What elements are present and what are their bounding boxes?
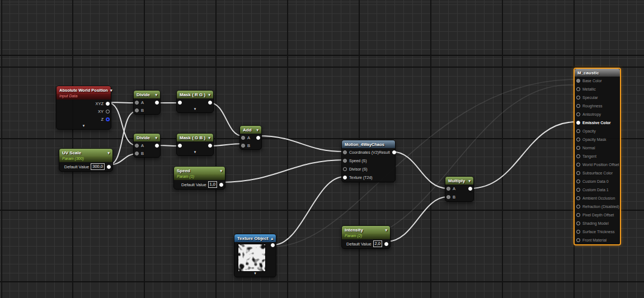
node-header[interactable]: Speed ▾	[174, 167, 225, 174]
output-pin[interactable]	[256, 136, 260, 140]
wire-speed-motion-speed[interactable]	[222, 160, 344, 182]
material-input-pin[interactable]	[576, 104, 580, 108]
wire-maskgb-add-b[interactable]	[210, 144, 242, 146]
material-input-pin[interactable]	[576, 96, 580, 100]
material-input-pin[interactable]	[576, 87, 580, 91]
default-value-input[interactable]: 1,0	[208, 181, 217, 188]
wire-maskrg-add-a[interactable]	[210, 103, 242, 136]
node-header[interactable]: Texture Object ▴	[234, 234, 276, 242]
output-pin[interactable]	[384, 242, 388, 246]
output-pin[interactable]	[107, 165, 111, 169]
material-input-pin[interactable]	[576, 205, 580, 209]
input-pin-speed[interactable]	[343, 159, 347, 163]
expand-chevron-icon[interactable]: ▾	[234, 271, 276, 277]
material-input-pin[interactable]	[576, 146, 580, 150]
output-pin[interactable]	[219, 183, 223, 187]
material-input-pin[interactable]	[576, 154, 580, 158]
node-motion-4waychaos[interactable]: Motion_4WayChaos Coordinates (V2) Result…	[341, 140, 396, 182]
input-pin-b[interactable]	[135, 152, 139, 155]
material-input-pin[interactable]	[576, 138, 580, 141]
expand-chevron-icon[interactable]: ▾	[177, 149, 213, 155]
input-pin[interactable]	[178, 101, 182, 105]
wire-intensity-multiply-b[interactable]	[387, 197, 448, 242]
node-mask-gb[interactable]: Mask ( G B ) ▾ ▾	[176, 133, 214, 156]
material-input-pin[interactable]	[576, 171, 580, 175]
node-header[interactable]: UV Scale ▾	[59, 149, 112, 157]
input-pin-b[interactable]	[446, 195, 450, 199]
node-m-caustic[interactable]: M_caustic Base ColorMetallicSpecularRoug…	[574, 68, 621, 245]
node-divide-2[interactable]: Divide ▾ A B	[133, 133, 161, 158]
chevron-down-icon[interactable]: ▾	[155, 93, 157, 97]
input-pin-b[interactable]	[241, 144, 245, 148]
chevron-down-icon[interactable]: ▾	[256, 128, 258, 133]
expand-chevron-icon[interactable]: ▾	[57, 123, 111, 129]
node-mask-rg[interactable]: Mask ( R G ) ▾ ▾	[176, 90, 214, 113]
node-absolute-world-position[interactable]: Absolute World Position ▾ Input Data XYZ…	[56, 86, 111, 130]
node-uv-scale[interactable]: UV Scale ▾ Param (300) Default Value 300…	[59, 148, 113, 172]
node-header[interactable]: Mask ( R G ) ▾	[177, 91, 213, 98]
wire-multiply-emissive[interactable]	[470, 122, 576, 188]
input-pin-a[interactable]	[135, 101, 139, 105]
node-divide-1[interactable]: Divide ▾ A B	[133, 90, 161, 115]
output-pin[interactable]	[208, 101, 212, 105]
node-add[interactable]: Add ▾ A B	[239, 125, 262, 150]
node-header[interactable]: Mask ( G B ) ▾	[177, 134, 213, 141]
node-header[interactable]: Divide ▾	[134, 134, 160, 141]
input-pin-divisor[interactable]	[343, 167, 347, 171]
chevron-down-icon[interactable]: ▾	[208, 136, 210, 140]
node-header[interactable]: Intensity ▾	[342, 226, 390, 234]
material-input-pin[interactable]	[576, 129, 580, 133]
chevron-down-icon[interactable]: ▾	[155, 136, 157, 140]
chevron-down-icon[interactable]: ▾	[110, 88, 112, 93]
node-header[interactable]: Divide ▾	[134, 91, 160, 98]
expand-chevron-icon[interactable]: ▾	[177, 106, 213, 112]
output-pin[interactable]	[155, 144, 159, 148]
material-input-pin[interactable]	[576, 112, 580, 116]
node-header[interactable]: M_caustic	[575, 69, 620, 77]
chevron-up-icon[interactable]: ▴	[271, 236, 273, 241]
default-value-input[interactable]: 2,0	[373, 240, 382, 247]
node-header[interactable]: Absolute World Position ▾	[57, 86, 111, 94]
chevron-down-icon[interactable]: ▾	[468, 179, 471, 183]
output-pin[interactable]	[468, 187, 472, 191]
output-pin-xyz[interactable]	[106, 102, 110, 106]
default-value-input[interactable]: 300,0	[91, 163, 105, 170]
material-input-pin[interactable]	[576, 230, 580, 234]
input-pin-a[interactable]	[446, 187, 450, 191]
material-input-pin[interactable]	[576, 188, 580, 192]
input-pin-coordinates[interactable]	[343, 150, 347, 154]
input-pin-b[interactable]	[135, 108, 139, 112]
material-input-pin[interactable]	[576, 79, 580, 83]
input-pin-a[interactable]	[135, 144, 139, 148]
node-multiply[interactable]: Multiply ▾ A B	[445, 176, 474, 202]
input-pin[interactable]	[178, 144, 182, 148]
material-input-pin[interactable]	[576, 121, 580, 125]
node-header[interactable]: Multiply ▾	[445, 177, 473, 185]
output-pin[interactable]	[208, 144, 212, 148]
material-graph-canvas[interactable]: Absolute World Position ▾ Input Data XYZ…	[0, 0, 644, 298]
material-input-pin[interactable]	[576, 163, 580, 167]
output-pin-z[interactable]	[106, 117, 110, 121]
wire-texture-motion-texture[interactable]	[274, 177, 344, 245]
node-speed[interactable]: Speed ▾ Param (1) Default Value 1,0	[173, 166, 225, 190]
output-pin-xy[interactable]	[106, 110, 110, 113]
output-pin[interactable]	[155, 101, 159, 105]
node-texture-object[interactable]: Texture Object ▴ ▾	[234, 234, 276, 277]
node-header[interactable]: Add ▾	[240, 126, 261, 134]
material-input-pin[interactable]	[576, 213, 580, 217]
input-pin-a[interactable]	[241, 136, 245, 140]
chevron-down-icon[interactable]: ▾	[220, 169, 222, 173]
wire-motion-multiply-a[interactable]	[391, 152, 448, 188]
material-input-pin[interactable]	[576, 221, 580, 225]
node-intensity[interactable]: Intensity ▾ Param (2) Default Value 2,0	[341, 225, 391, 249]
chevron-down-icon[interactable]: ▾	[107, 151, 110, 155]
material-input-pin[interactable]	[576, 196, 580, 200]
input-pin-texture[interactable]	[343, 176, 347, 179]
output-pin-result[interactable]	[392, 150, 396, 154]
node-header[interactable]: Motion_4WayChaos	[342, 140, 395, 148]
output-pin[interactable]	[271, 243, 275, 247]
material-input-pin[interactable]	[576, 179, 580, 183]
wire-add-motion-coordinates[interactable]	[258, 136, 344, 152]
material-input-pin[interactable]	[576, 238, 580, 242]
chevron-down-icon[interactable]: ▾	[208, 93, 210, 97]
